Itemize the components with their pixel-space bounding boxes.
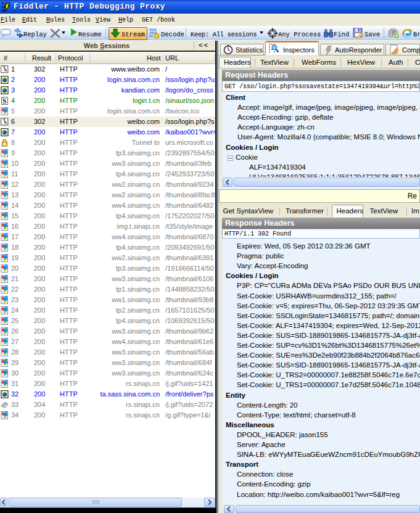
- svg-text:01: 01: [149, 35, 153, 38]
